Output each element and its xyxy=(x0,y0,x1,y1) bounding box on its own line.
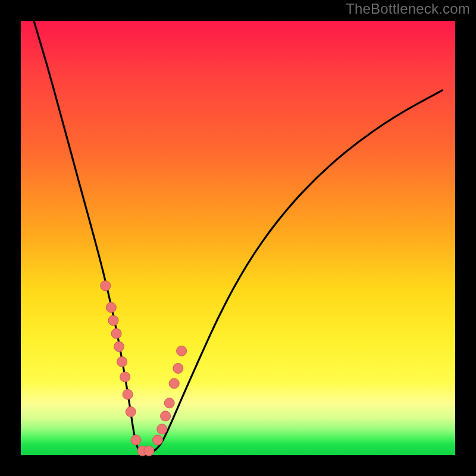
data-marker xyxy=(106,302,116,312)
bottleneck-curve xyxy=(34,21,442,453)
data-marker xyxy=(173,364,183,374)
watermark-text: TheBottleneck.com xyxy=(346,1,470,17)
data-marker xyxy=(169,378,179,389)
chart-svg xyxy=(21,21,455,455)
marker-group xyxy=(101,281,187,456)
data-marker xyxy=(123,389,133,399)
data-marker xyxy=(164,398,174,408)
data-marker xyxy=(161,411,171,421)
data-marker xyxy=(157,424,167,434)
data-marker xyxy=(152,435,162,445)
data-marker xyxy=(126,407,136,417)
data-marker xyxy=(111,328,121,339)
data-marker xyxy=(117,357,127,367)
data-marker xyxy=(144,446,154,456)
data-marker xyxy=(131,435,141,445)
data-marker xyxy=(120,372,130,382)
data-marker xyxy=(108,315,118,325)
data-marker xyxy=(114,342,124,352)
plot-area xyxy=(21,21,455,455)
data-marker xyxy=(101,281,111,291)
data-marker xyxy=(177,346,187,356)
outer-frame: TheBottleneck.com xyxy=(0,0,476,476)
